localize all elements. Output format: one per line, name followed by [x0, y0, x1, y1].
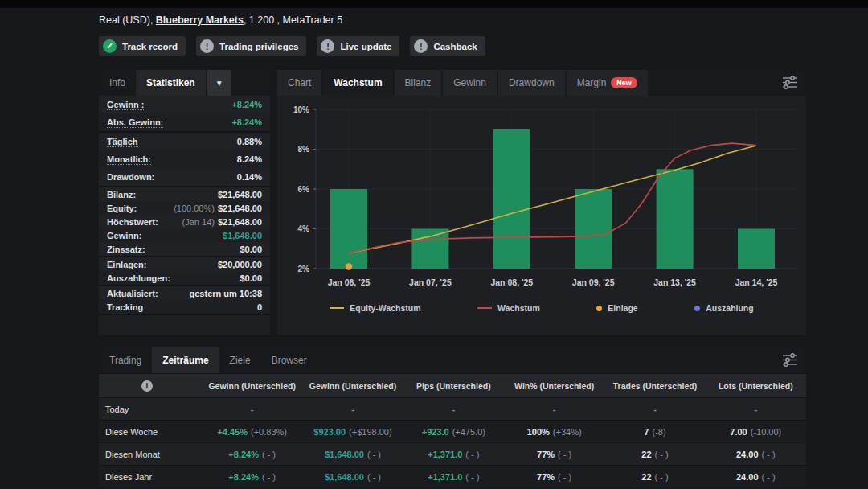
stat-label[interactable]: Täglich — [107, 137, 138, 147]
svg-text:6%: 6% — [298, 185, 310, 194]
stats-groups: Gewinn :+8.24%Abs. Gewinn:+8.24%Täglich0… — [99, 96, 270, 315]
svg-text:Jan 09, '25: Jan 09, '25 — [572, 277, 615, 287]
tab-wachstum[interactable]: Wachstum — [323, 70, 392, 96]
stat-value: $21,648.00 — [218, 190, 262, 199]
table-cell: 22( - ) — [604, 450, 705, 459]
stat-row: Equity:(100.00%)$21,648.00 — [99, 201, 270, 215]
table-cell: - — [504, 405, 604, 414]
table-cell: +8.24%( - ) — [202, 472, 302, 482]
stat-value-main: $0.00 — [240, 273, 262, 283]
cell-value: 77% — [537, 450, 555, 459]
stats-dropdown-button[interactable]: ▼ — [207, 70, 231, 96]
stat-row: Aktualisiert:gestern um 10:38 — [99, 286, 270, 300]
stat-value: $0.00 — [240, 273, 262, 283]
table-row-dieses-jahr: Dieses Jahr+8.24%( - )$1,648.00( - )+1,3… — [99, 465, 806, 487]
column-header: Trades (Unterschied) — [604, 381, 705, 391]
stat-value: 0.88% — [237, 137, 262, 146]
chart-legend: Equity-WachstumWachstumEinlageAuszahlung — [277, 297, 806, 313]
badge-track-record[interactable]: ✓Track record — [99, 36, 186, 56]
tab-info[interactable]: Info — [99, 70, 136, 96]
cell-diff: ( - ) — [465, 472, 479, 482]
tab-chart[interactable]: Chart — [277, 70, 321, 96]
stat-row: Bilanz:$21,648.00 — [99, 187, 270, 201]
svg-text:2%: 2% — [298, 265, 310, 273]
stat-value-main: $1,648.00 — [223, 231, 262, 240]
table-cell: 77%( - ) — [504, 472, 604, 482]
table-cell: 24.00( - ) — [706, 472, 806, 482]
main-row: InfoStatistiken▼ Gewinn :+8.24%Abs. Gewi… — [99, 70, 808, 335]
cell-value: 24.00 — [736, 472, 759, 482]
cell-value: +8.24% — [228, 472, 259, 482]
tab-trading[interactable]: Trading — [99, 347, 152, 373]
stat-group: Einlagen:$20,000.00Auszahlungen:$0.00 — [99, 257, 270, 286]
cell-value: 22 — [641, 450, 651, 459]
stat-label[interactable]: Gewinn : — [107, 100, 144, 110]
tab-bilanz[interactable]: Bilanz — [395, 70, 442, 96]
badge-trading-privileges[interactable]: !Trading privileges — [196, 36, 306, 56]
stat-value: $20,000.00 — [218, 260, 262, 269]
tab-statistiken[interactable]: Statistiken — [136, 70, 206, 96]
cell-value: - — [452, 405, 455, 414]
stat-row: Abs. Gewinn:+8.24% — [99, 113, 270, 131]
tab-ziele[interactable]: Ziele — [219, 347, 261, 373]
stat-label: Auszahlungen: — [107, 273, 170, 283]
svg-text:Jan 14, '25: Jan 14, '25 — [735, 277, 778, 287]
table-cell: $1,648.00( - ) — [302, 472, 403, 482]
table-cell: 100%(+34%) — [504, 427, 604, 437]
cell-value: - — [351, 405, 354, 414]
chart-settings-icon[interactable] — [782, 353, 798, 368]
table-cell: 7(-8) — [604, 427, 705, 437]
cell-value: 100% — [527, 427, 550, 437]
stat-value: 8.24% — [237, 154, 262, 164]
tab-browser[interactable]: Browser — [261, 347, 317, 373]
stat-value-main: 0.14% — [237, 172, 262, 182]
stat-value: (Jan 14)$21,648.00 — [182, 217, 262, 227]
table-cell: 24.00( - ) — [706, 450, 806, 459]
cell-diff: ( - ) — [367, 450, 381, 459]
exclamation-icon: ! — [321, 39, 334, 53]
stat-label: Equity: — [107, 203, 137, 213]
svg-text:4%: 4% — [298, 224, 310, 233]
stat-value-main: +8.24% — [231, 100, 262, 109]
stat-row: Höchstwert:(Jan 14)$21,648.00 — [99, 215, 270, 228]
column-header: Pips (Unterschied) — [403, 381, 504, 391]
table-row-diesen-monat: Diesen Monat+8.24%( - )$1,648.00( - )+1,… — [99, 442, 806, 465]
tab-gewinn[interactable]: Gewinn — [443, 70, 497, 96]
broker-link[interactable]: Blueberry Markets — [156, 14, 244, 26]
tab-drawdown[interactable]: Drawdown — [498, 70, 565, 96]
growth-chart: 2%4%6%8%10%Jan 06, '25Jan 07, '25Jan 08,… — [277, 96, 806, 297]
stat-label: Drawdown: — [107, 172, 154, 182]
periods-tabstrip: TradingZeiträumeZieleBrowser — [99, 347, 806, 373]
cell-value: +1,371.0 — [428, 472, 462, 482]
stat-row: Einlagen:$20,000.00 — [99, 257, 270, 271]
growth-bar-Jan 09, '25 — [575, 189, 612, 269]
stat-label[interactable]: Abs. Gewinn: — [107, 117, 163, 128]
stat-label: Zinssatz: — [107, 244, 145, 254]
badge-cashback[interactable]: !Cashback — [410, 36, 485, 56]
stat-row: Monatlich:8.24% — [99, 150, 270, 168]
stat-label[interactable]: Monatlich: — [107, 154, 151, 165]
stat-value: 0 — [257, 302, 262, 312]
info-icon[interactable]: i — [141, 380, 153, 392]
stat-value: +8.24% — [231, 117, 262, 127]
stat-row: Gewinn:$1,648.00 — [99, 228, 270, 242]
tab-zeiträume[interactable]: Zeiträume — [152, 347, 219, 373]
cell-value: 7 — [644, 427, 649, 437]
stat-row: Auszahlungen:$0.00 — [99, 271, 270, 285]
svg-text:Jan 08, '25: Jan 08, '25 — [490, 277, 533, 287]
cell-diff: (+475.0) — [452, 427, 485, 437]
stat-value: $1,648.00 — [223, 231, 262, 240]
stat-value: +8.24% — [231, 100, 262, 109]
stat-value-main: 0 — [257, 302, 262, 312]
cell-diff: ( - ) — [465, 450, 479, 459]
table-cell: +4.45%(+0.83%) — [202, 427, 302, 437]
badge-live-update[interactable]: !Live update — [317, 36, 399, 56]
stat-value-main: $21,648.00 — [218, 190, 262, 199]
stat-group: Bilanz:$21,648.00Equity:(100.00%)$21,648… — [99, 187, 270, 257]
new-badge: New — [611, 77, 637, 88]
chart-settings-icon[interactable] — [782, 76, 798, 90]
legend-label: Auszahlung — [706, 303, 754, 313]
stat-value-main: gestern um 10:38 — [190, 289, 262, 298]
tab-margin[interactable]: MarginNew — [567, 70, 648, 96]
stat-label: Bilanz: — [107, 190, 136, 199]
